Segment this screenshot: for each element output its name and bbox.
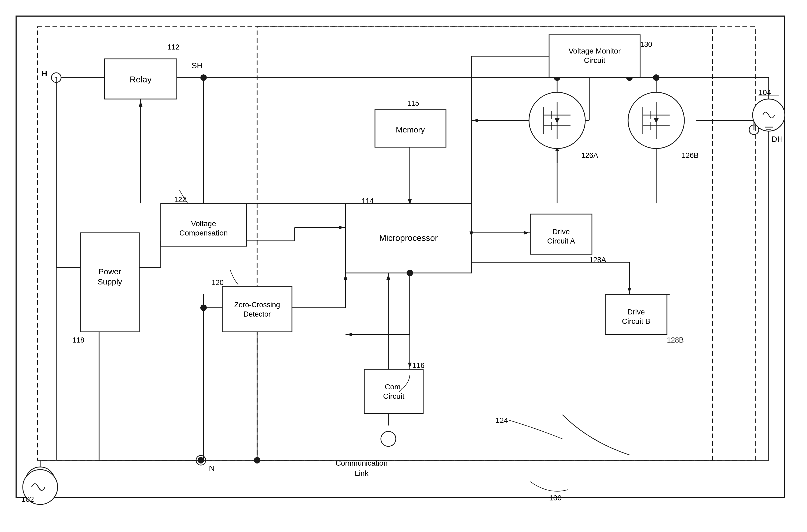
svg-text:100: 100: [549, 494, 562, 502]
svg-marker-67: [347, 332, 352, 336]
svg-text:112: 112: [167, 43, 180, 51]
svg-text:SH: SH: [191, 61, 203, 70]
svg-marker-157: [408, 363, 412, 368]
svg-text:130: 130: [640, 40, 652, 49]
svg-text:Circuit: Circuit: [383, 392, 404, 400]
svg-text:N: N: [209, 464, 215, 473]
svg-point-163: [407, 270, 413, 276]
svg-text:116: 116: [412, 362, 424, 369]
svg-text:128B: 128B: [667, 336, 684, 344]
svg-text:Communication: Communication: [336, 459, 388, 467]
svg-marker-26: [339, 226, 344, 229]
svg-marker-41: [344, 274, 347, 280]
svg-marker-159: [386, 274, 390, 280]
svg-point-164: [200, 305, 207, 311]
svg-point-80: [55, 77, 57, 78]
svg-marker-64: [473, 118, 478, 122]
svg-text:Compensation: Compensation: [180, 229, 228, 237]
svg-text:H: H: [41, 69, 48, 78]
svg-point-57: [653, 74, 659, 81]
diagram-container: Relay Memory Microprocessor Voltage Moni…: [0, 0, 807, 532]
circuit-diagram-svg: Relay Memory Microprocessor Voltage Moni…: [0, 0, 807, 532]
svg-text:Link: Link: [355, 469, 369, 477]
svg-point-79: [254, 457, 260, 463]
svg-marker-46: [524, 231, 529, 235]
svg-text:118: 118: [72, 336, 85, 344]
svg-text:128A: 128A: [589, 256, 606, 264]
svg-text:124: 124: [495, 416, 508, 424]
svg-text:115: 115: [407, 99, 419, 107]
svg-text:Voltage: Voltage: [191, 220, 216, 228]
svg-text:114: 114: [362, 197, 374, 205]
svg-rect-100: [364, 369, 423, 414]
svg-text:Circuit B: Circuit B: [622, 317, 650, 325]
svg-text:120: 120: [212, 279, 224, 287]
svg-text:Voltage Monitor: Voltage Monitor: [569, 47, 621, 55]
svg-marker-49: [627, 288, 631, 293]
svg-text:Relay: Relay: [130, 75, 152, 84]
svg-text:122: 122: [174, 196, 186, 204]
svg-text:126A: 126A: [581, 151, 598, 159]
svg-text:Zero-Crossing: Zero-Crossing: [234, 301, 280, 309]
svg-text:126B: 126B: [682, 151, 698, 159]
svg-rect-2: [257, 27, 713, 460]
svg-text:Supply: Supply: [97, 277, 122, 286]
svg-text:Microprocessor: Microprocessor: [379, 233, 438, 243]
svg-rect-97: [222, 286, 292, 332]
svg-text:DH: DH: [771, 135, 783, 144]
svg-text:Com.: Com.: [385, 383, 403, 391]
svg-text:Drive: Drive: [552, 227, 570, 236]
svg-text:Drive: Drive: [627, 308, 645, 316]
svg-marker-22: [139, 100, 143, 107]
svg-text:Detector: Detector: [243, 310, 271, 318]
svg-text:Power: Power: [98, 267, 121, 276]
svg-text:Circuit A: Circuit A: [547, 237, 575, 245]
svg-text:104: 104: [758, 88, 771, 97]
svg-text:Circuit: Circuit: [584, 56, 605, 64]
svg-point-71: [381, 431, 396, 446]
svg-text:Memory: Memory: [396, 125, 425, 134]
svg-text:102: 102: [21, 495, 34, 504]
